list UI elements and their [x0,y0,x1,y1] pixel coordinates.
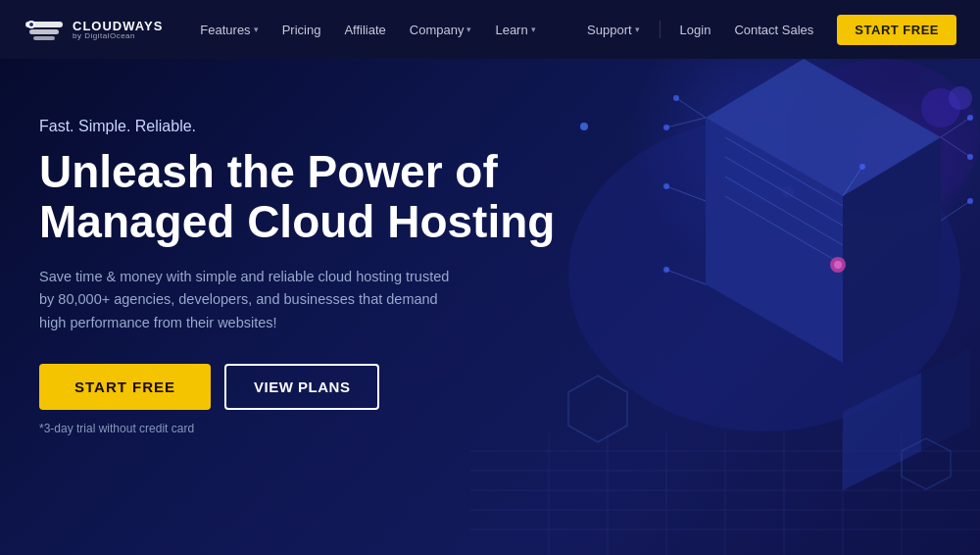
nav-left: Features ▾ Pricing Affiliate Company ▾ L… [190,15,577,45]
logo-icon [24,12,65,47]
chevron-down-icon: ▾ [254,25,259,34]
hero-title-line2: Managed Cloud Hosting [39,196,555,247]
nav-login[interactable]: Login [670,15,721,45]
nav-pricing[interactable]: Pricing [272,15,331,45]
svg-point-36 [967,198,973,204]
nav-right: Support ▾ Login Contact Sales START FREE [577,15,956,45]
nav-support[interactable]: Support ▾ [577,15,650,45]
nav-divider [660,21,661,38]
nav-affiliate[interactable]: Affiliate [334,15,395,45]
svg-point-35 [967,154,973,160]
nav-learn[interactable]: Learn ▾ [485,15,545,45]
hero-buttons: START FREE VIEW PLANS [39,364,555,410]
hero-title: Unleash the Power of Managed Cloud Hosti… [39,147,555,246]
svg-point-43 [834,261,842,269]
trial-note: *3-day trial without credit card [39,422,555,435]
hero-content: Fast. Simple. Reliable. Unleash the Powe… [39,118,555,435]
svg-line-31 [666,118,706,127]
hero-title-line1: Unleash the Power of [39,146,498,197]
svg-point-34 [967,115,973,121]
logo-name: CLOUDWAYS [73,20,163,32]
svg-marker-47 [568,376,627,442]
chevron-down-icon: ▾ [531,25,536,34]
svg-line-28 [941,201,970,221]
hero-description: Save time & money with simple and reliab… [39,266,461,334]
svg-point-41 [663,267,669,273]
svg-rect-2 [33,36,55,40]
hero-view-plans-button[interactable]: VIEW PLANS [224,364,379,410]
hero-start-free-button[interactable]: START FREE [39,364,211,410]
hero-section: Fast. Simple. Reliable. Unleash the Powe… [0,59,980,555]
svg-rect-1 [29,29,59,34]
svg-point-4 [29,23,33,26]
nav-company[interactable]: Company ▾ [400,15,482,45]
svg-marker-45 [921,348,970,451]
nav-start-free-button[interactable]: START FREE [837,15,956,45]
svg-point-40 [663,183,669,189]
svg-point-38 [673,95,679,101]
logo-sub: by DigitalOcean [73,32,163,40]
svg-point-39 [663,125,669,130]
chevron-down-icon: ▾ [635,25,640,34]
nav-contact-sales[interactable]: Contact Sales [724,15,823,45]
svg-point-37 [859,164,865,170]
logo[interactable]: CLOUDWAYS by DigitalOcean [24,12,163,47]
navbar: CLOUDWAYS by DigitalOcean Features ▾ Pri… [0,0,980,59]
hero-tagline: Fast. Simple. Reliable. [39,118,555,135]
nav-features[interactable]: Features ▾ [190,15,268,45]
chevron-down-icon: ▾ [466,25,471,34]
svg-line-30 [676,98,706,118]
svg-point-50 [949,86,972,110]
